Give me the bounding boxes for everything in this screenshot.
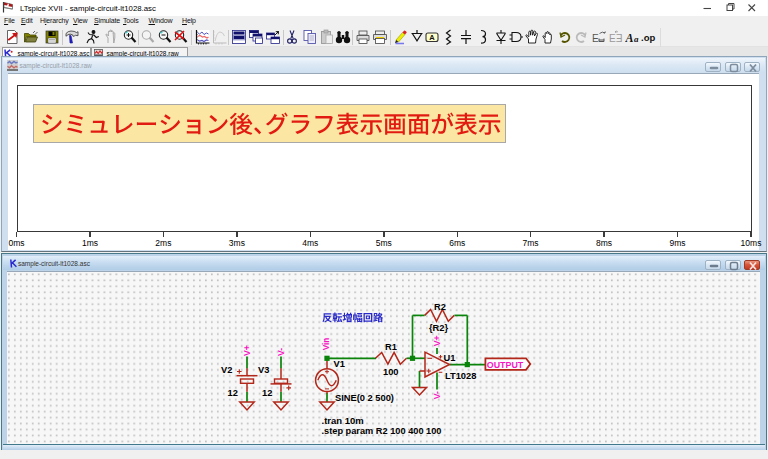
svg-text:E: E	[592, 33, 599, 44]
svg-text:E: E	[616, 33, 623, 44]
svg-text:A: A	[429, 33, 435, 42]
svg-text:V-: V-	[432, 391, 442, 399]
svg-text:R2: R2	[434, 302, 446, 312]
svg-text:A: A	[625, 31, 634, 45]
svg-text:V1: V1	[334, 359, 345, 369]
svg-text:Vin: Vin	[322, 338, 331, 351]
svg-text:R1: R1	[385, 342, 397, 352]
svg-text:{R2}: {R2}	[429, 323, 449, 333]
svg-text:.op: .op	[641, 32, 655, 43]
svg-text:SINE(0 2 500): SINE(0 2 500)	[335, 393, 394, 403]
svg-text:V3: V3	[258, 365, 269, 375]
svg-text:LT1028: LT1028	[445, 371, 476, 381]
svg-text:a: a	[634, 34, 639, 44]
svg-text:OUTPUT: OUTPUT	[487, 359, 524, 370]
svg-text:V+: V+	[242, 345, 252, 356]
svg-text:V2: V2	[221, 365, 232, 375]
svg-text:V-: V-	[276, 348, 286, 356]
svg-text:V+: V+	[432, 336, 442, 347]
svg-text:12: 12	[228, 388, 238, 398]
svg-text:100: 100	[383, 367, 399, 377]
svg-text:.step param R2 100 400 100: .step param R2 100 400 100	[322, 425, 442, 436]
svg-text:12: 12	[262, 388, 272, 398]
svg-text:E: E	[609, 33, 616, 44]
svg-text:U1: U1	[444, 353, 456, 363]
